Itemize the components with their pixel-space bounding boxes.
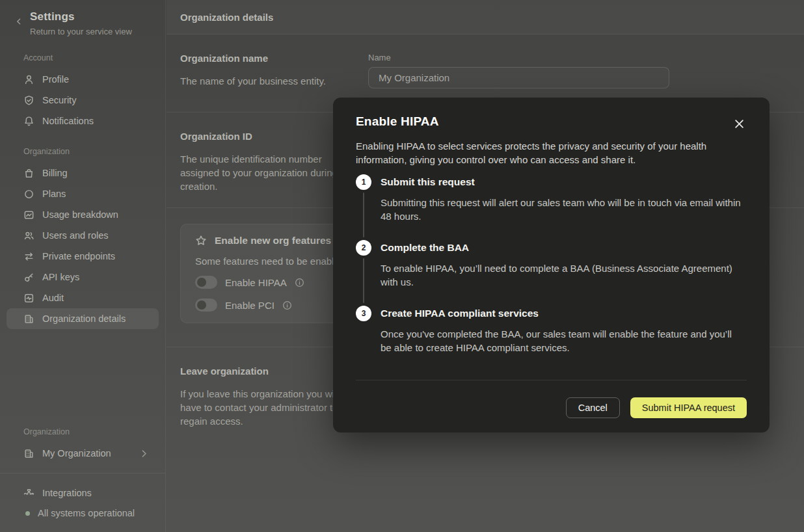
arrows-swap-icon: [23, 251, 34, 262]
sidebar-item-label: Notifications: [42, 116, 94, 126]
star-icon: [195, 235, 207, 246]
section-title: Organization name: [180, 53, 355, 64]
sidebar-item-usage-breakdown[interactable]: Usage breakdown: [7, 204, 159, 225]
profile-icon: [23, 74, 34, 85]
organization-switcher-name: My Organization: [42, 448, 111, 459]
section-title: Leave organization: [180, 366, 355, 377]
organization-section-label: Organization: [23, 147, 159, 156]
step-connector-line: [363, 258, 364, 303]
step-body: Submitting this request will alert our s…: [381, 196, 744, 223]
step-title: Create HIPAA compliant services: [381, 306, 747, 321]
billing-bag-icon: [23, 168, 34, 179]
settings-sidebar: Settings Return to your service view Acc…: [0, 0, 166, 532]
enable-hipaa-modal: Enable HIPAA Enabling HIPAA to select se…: [333, 98, 770, 432]
building-icon: [23, 313, 34, 325]
step-number-badge: 2: [356, 240, 371, 256]
step-body: To enable HIPAA, you’ll need to complete…: [381, 261, 744, 289]
modal-title: Enable HIPAA: [356, 114, 439, 129]
modal-footer: Cancel Submit HIPAA request: [356, 397, 747, 418]
sidebar-item-private-endpoints[interactable]: Private endpoints: [7, 246, 159, 267]
modal-footer-divider: [356, 380, 747, 380]
organization-name-input[interactable]: [368, 67, 669, 88]
plans-circle-icon: [23, 189, 34, 200]
status-dot-icon: [25, 511, 30, 516]
name-field-label: Name: [368, 53, 790, 62]
section-description: The unique identification number assigne…: [180, 152, 355, 193]
chevron-left-icon: [14, 17, 23, 26]
step-connector-line: [363, 193, 364, 237]
building-icon: [23, 448, 34, 459]
bell-icon: [23, 116, 34, 127]
organization-switcher-label: Organization: [23, 427, 159, 436]
sidebar-bottom: Organization My Organization Integration…: [7, 427, 159, 523]
organization-switcher[interactable]: My Organization: [7, 443, 159, 464]
info-icon[interactable]: [295, 278, 304, 287]
sidebar-item-api-keys[interactable]: API keys: [7, 267, 159, 287]
sidebar-item-notifications[interactable]: Notifications: [7, 111, 159, 131]
key-icon: [23, 272, 34, 283]
step-3: 3 Create HIPAA compliant services Once y…: [356, 306, 747, 362]
back-button[interactable]: [12, 14, 26, 29]
step-title: Submit this request: [381, 174, 747, 190]
system-status[interactable]: All systems operational: [7, 503, 159, 523]
sidebar-item-users-and-roles[interactable]: Users and roles: [7, 225, 159, 246]
status-text: All systems operational: [38, 508, 135, 518]
users-icon: [23, 230, 34, 241]
submit-hipaa-request-button[interactable]: Submit HIPAA request: [630, 397, 747, 418]
sidebar-header: Settings Return to your service view: [7, 10, 159, 36]
enable-pci-toggle[interactable]: [195, 299, 217, 312]
toggle-label: Enable PCI: [225, 300, 275, 311]
sidebar-divider: [0, 473, 165, 473]
sidebar-item-profile[interactable]: Profile: [7, 69, 159, 90]
sidebar-item-label: Profile: [42, 74, 69, 85]
sidebar-item-label: Organization details: [42, 313, 126, 324]
close-icon: [734, 119, 744, 129]
sidebar-subtitle: Return to your service view: [30, 27, 132, 36]
step-body: Once you've completed the BAA, our sales…: [381, 327, 744, 354]
page-header: Organization details: [167, 0, 804, 34]
sidebar-item-label: Audit: [42, 293, 64, 303]
toggle-label: Enable HIPAA: [225, 277, 287, 288]
sidebar-item-label: Billing: [42, 168, 68, 178]
modal-close-button[interactable]: [731, 116, 747, 131]
sidebar-item-label: Integrations: [42, 488, 92, 498]
cancel-button[interactable]: Cancel: [566, 397, 620, 418]
account-section-label: Account: [23, 53, 159, 62]
section-title: Organization ID: [180, 131, 355, 142]
sidebar-item-billing[interactable]: Billing: [7, 163, 159, 183]
sidebar-title: Settings: [30, 10, 132, 23]
step-number-badge: 3: [356, 306, 371, 321]
card-title: Enable new org features: [215, 235, 331, 246]
sidebar-item-label: Private endpoints: [42, 251, 115, 261]
sidebar-item-integrations[interactable]: Integrations: [7, 483, 159, 503]
shield-check-icon: [23, 95, 34, 106]
sidebar-item-label: API keys: [42, 272, 79, 282]
step-title: Complete the BAA: [381, 240, 747, 256]
sidebar-item-plans[interactable]: Plans: [7, 183, 159, 204]
section-description: The name of your business entity.: [180, 74, 355, 88]
sidebar-item-audit[interactable]: Audit: [7, 287, 159, 308]
sidebar-item-label: Users and roles: [42, 230, 109, 241]
sidebar-item-label: Usage breakdown: [42, 209, 118, 220]
page-title: Organization details: [180, 12, 273, 23]
hipaa-steps: 1 Submit this request Submitting this re…: [356, 174, 747, 362]
step-1: 1 Submit this request Submitting this re…: [356, 174, 747, 240]
section-description: If you leave this organization you will …: [180, 387, 351, 428]
audit-pulse-icon: [23, 293, 34, 304]
sidebar-item-security[interactable]: Security: [7, 90, 159, 111]
enable-hipaa-toggle[interactable]: [195, 276, 217, 289]
info-icon[interactable]: [282, 300, 292, 310]
usage-chart-icon: [23, 209, 34, 220]
chevron-right-icon: [139, 448, 150, 459]
sidebar-item-label: Plans: [42, 189, 66, 199]
sidebar-item-label: Security: [42, 95, 76, 105]
step-number-badge: 1: [356, 174, 371, 190]
step-2: 2 Complete the BAA To enable HIPAA, you’…: [356, 240, 747, 306]
sidebar-item-organization-details[interactable]: Organization details: [7, 308, 159, 329]
puzzle-icon: [23, 488, 34, 499]
modal-description: Enabling HIPAA to select services protec…: [356, 139, 723, 166]
